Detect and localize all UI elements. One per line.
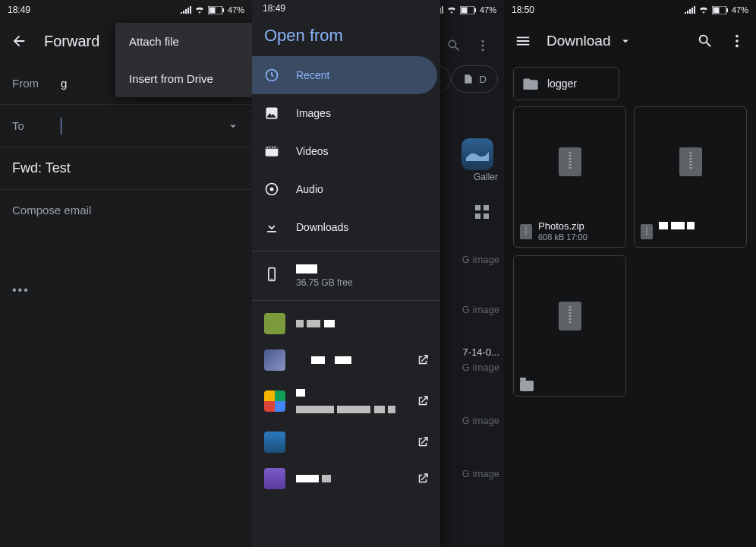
document-icon [463, 73, 474, 85]
status-time: 18:49 [263, 3, 285, 14]
menu-attach-file[interactable]: Attach file [115, 23, 252, 60]
svg-point-22 [270, 188, 274, 191]
file-meta: 608 kB 17:00 [538, 232, 587, 242]
svg-point-30 [736, 45, 739, 48]
svg-rect-11 [475, 213, 480, 219]
quoted-text-toggle[interactable]: ••• [0, 283, 252, 297]
grid-view-icon[interactable] [475, 205, 489, 219]
file-meta-redacted [659, 232, 695, 242]
file-name: Photos.zip [538, 220, 587, 232]
more-icon[interactable] [475, 38, 490, 53]
svg-rect-12 [484, 213, 489, 219]
subject-row[interactable]: Fwd: Test [0, 147, 252, 190]
svg-point-28 [736, 35, 739, 38]
wifi-icon [194, 6, 205, 14]
status-time: 18:49 [8, 5, 30, 15]
drawer-account-3[interactable] [252, 378, 440, 424]
folder-icon [520, 381, 534, 391]
signal-icon [181, 6, 191, 14]
file-type-label: G image [462, 304, 499, 315]
file-photos-zip[interactable]: Photos.zip 608 kB 17:00 [513, 106, 626, 248]
drawer-item-videos[interactable]: Videos [252, 132, 440, 170]
drawer-item-recent[interactable]: Recent [252, 56, 437, 94]
open-in-new-icon [416, 472, 430, 485]
svg-rect-5 [474, 8, 476, 12]
svg-rect-24 [270, 279, 272, 280]
from-label: From [12, 77, 44, 90]
file-redacted-2[interactable] [513, 255, 626, 397]
subject-text: Fwd: Test [12, 160, 71, 176]
phone-icon [264, 267, 279, 282]
svg-rect-2 [222, 8, 224, 12]
to-label: To [12, 119, 44, 132]
drawer-account-2[interactable] [252, 342, 440, 378]
open-from-drawer: 18:49 Open from Recent Images Videos Aud… [252, 0, 440, 547]
chevron-down-icon [619, 34, 632, 48]
clock-icon [264, 68, 279, 83]
download-icon [264, 220, 279, 235]
zip-icon [641, 224, 653, 239]
svg-point-7 [481, 44, 484, 46]
file-name-redacted [659, 220, 695, 232]
file-type-label: G image [462, 415, 499, 426]
folder-dropdown[interactable]: Download [547, 33, 682, 49]
search-icon[interactable] [697, 33, 713, 49]
drawer-account-4[interactable] [252, 424, 440, 460]
svg-rect-9 [475, 205, 480, 210]
hamburger-icon[interactable] [515, 33, 531, 49]
zip-icon [520, 224, 532, 239]
filter-chip[interactable]: D [452, 65, 498, 93]
svg-rect-10 [484, 205, 489, 210]
folder-logger[interactable]: logger [513, 67, 619, 100]
app-label: Galler [474, 172, 498, 182]
status-bar: 18:50 47% [504, 0, 756, 20]
redacted-device-name [296, 264, 317, 274]
image-icon [264, 106, 279, 121]
open-in-new-icon [416, 353, 430, 367]
more-icon[interactable] [729, 33, 745, 49]
open-in-new-icon [416, 394, 430, 408]
to-row[interactable]: To [0, 105, 252, 147]
open-in-new-icon [416, 435, 430, 449]
status-bar: 18:49 47% [0, 0, 252, 20]
drawer-item-images[interactable]: Images [252, 94, 440, 132]
chevron-down-icon[interactable] [226, 119, 240, 133]
signal-icon [685, 6, 695, 14]
zip-icon [679, 147, 702, 176]
drawer-account-5[interactable] [252, 460, 440, 497]
audio-icon [264, 182, 279, 197]
svg-point-29 [736, 40, 739, 43]
back-icon[interactable] [11, 33, 27, 49]
search-icon[interactable] [446, 38, 461, 53]
zip-icon [559, 302, 581, 330]
drawer-account-1[interactable] [252, 305, 440, 342]
file-redacted-1[interactable] [634, 106, 747, 248]
drawer-item-downloads[interactable]: Downloads [252, 208, 440, 246]
svg-rect-26 [713, 7, 719, 13]
drawer-item-audio[interactable]: Audio [252, 170, 440, 208]
file-type-label: G image [462, 468, 499, 479]
file-name-fragment: 7-14-0... [463, 346, 499, 358]
wifi-icon [698, 6, 709, 14]
svg-rect-20 [274, 147, 276, 148]
svg-rect-4 [461, 7, 467, 13]
file-type-label: G image [462, 362, 499, 373]
app-gallery-icon[interactable] [461, 138, 493, 170]
svg-rect-19 [272, 147, 273, 148]
battery-icon [712, 6, 729, 14]
drawer-storage-device[interactable]: 36.75 GB free [252, 256, 440, 296]
wifi-icon [446, 6, 457, 14]
file-type-label: G image [462, 254, 499, 265]
status-time: 18:50 [512, 5, 534, 15]
svg-rect-17 [266, 147, 268, 148]
menu-insert-from-drive[interactable]: Insert from Drive [115, 60, 252, 97]
compose-body[interactable]: Compose email [0, 190, 252, 230]
svg-point-8 [481, 49, 484, 51]
svg-rect-18 [269, 147, 271, 148]
folder-icon [523, 77, 538, 90]
battery-icon [460, 6, 477, 14]
svg-point-6 [481, 40, 484, 43]
page-title: Forward [44, 33, 99, 50]
zip-icon [559, 147, 581, 176]
attach-menu: Attach file Insert from Drive [115, 23, 252, 97]
